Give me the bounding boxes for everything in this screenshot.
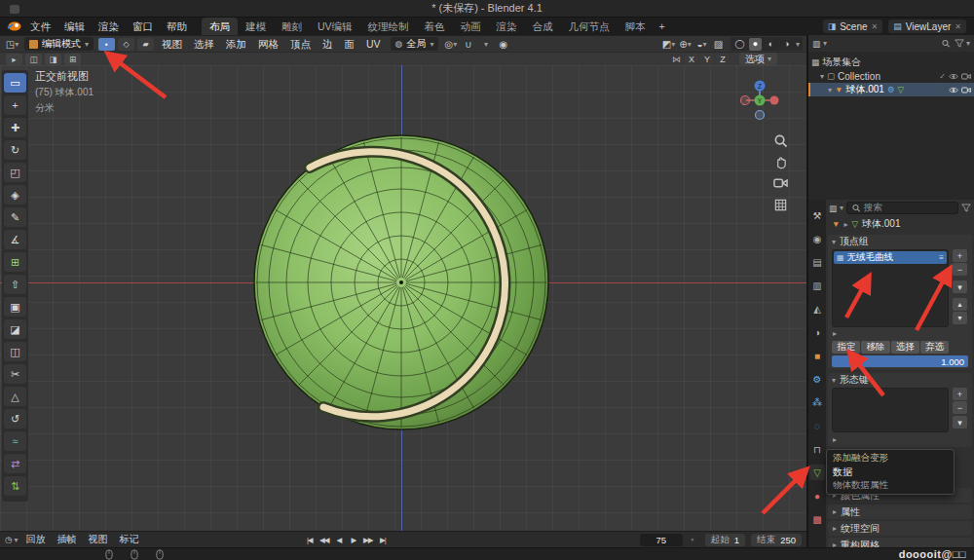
zoom-icon[interactable]	[771, 131, 789, 149]
properties-tab-material[interactable]: ●	[809, 488, 825, 504]
properties-tab-world[interactable]: ◑	[809, 324, 825, 340]
remove-viewlayer-icon[interactable]: ✕	[955, 22, 961, 31]
tool-button-transform[interactable]: ◈	[4, 185, 26, 205]
playback-previous-keyframe[interactable]: ◀◀	[317, 534, 331, 546]
select-mode-edge[interactable]: ◇	[118, 38, 134, 51]
outliner-filter-icon[interactable]	[955, 39, 964, 48]
workspace-tab[interactable]: 纹理绘制	[360, 18, 417, 35]
properties-tab-object-data[interactable]: ▽	[809, 465, 825, 480]
tool-button-inset-faces[interactable]: ▣	[4, 297, 26, 317]
viewport-menu-item[interactable]: 选择	[188, 36, 220, 53]
select-button[interactable]: 选择	[891, 341, 919, 354]
timeline-menu-item[interactable]: 标记	[113, 533, 144, 546]
workspace-tab[interactable]: 脚本	[618, 18, 654, 35]
properties-editor-icon[interactable]: ▥	[829, 204, 837, 213]
frame-end-field[interactable]: 结束 250	[751, 534, 802, 546]
vertex-group-item-active[interactable]: ▦ 无绒毛曲线 ≡	[834, 251, 947, 264]
workspace-tab[interactable]: 着色	[417, 18, 453, 35]
main-menu-item[interactable]: 帮助	[160, 18, 194, 35]
mesh-data-icon[interactable]: ▽	[851, 219, 858, 229]
viewport-menu-item[interactable]: 面	[339, 36, 361, 53]
playback-next-keyframe[interactable]: ▶▶	[360, 534, 375, 546]
panel-collapsed[interactable]: ▸ 纹理空间	[828, 521, 972, 536]
viewport-menu-item[interactable]: UV	[360, 36, 387, 53]
select-mode-face[interactable]: ▰	[137, 38, 154, 51]
outliner-row-scene-collection[interactable]: ▦ 场景集合	[808, 56, 974, 69]
pole-vertex[interactable]	[399, 280, 403, 284]
playback-play-reverse[interactable]: ◀	[331, 534, 346, 546]
main-menu-item[interactable]: 编辑	[57, 18, 92, 35]
playback-jump-to-start[interactable]: |◀	[302, 534, 317, 546]
properties-tab-render[interactable]: ◉	[809, 231, 825, 246]
gizmo-z-neg-axis[interactable]	[756, 111, 765, 120]
xray-toggle[interactable]: ▨	[710, 37, 727, 51]
tool-button-rotate[interactable]: ↻	[4, 140, 26, 160]
properties-tab-tool[interactable]: ⚒	[809, 207, 825, 223]
tool-button-poly-build[interactable]: △	[4, 387, 26, 406]
vertex-group-specials-menu[interactable]: ▾	[953, 280, 967, 293]
workspace-tab[interactable]: 渲染	[489, 18, 525, 35]
properties-filter-icon[interactable]	[961, 204, 971, 212]
shape-keys-list[interactable]	[832, 388, 949, 432]
properties-tab-object[interactable]: ■	[809, 348, 825, 363]
viewport-menu-item[interactable]: 网格	[252, 36, 284, 53]
list-expand-icon[interactable]: ▸	[833, 435, 837, 444]
auto-keying-toggle[interactable]: ◦	[685, 534, 699, 546]
panel-collapsed[interactable]: ▸ 属性	[828, 504, 972, 519]
tool-option-icon-2[interactable]: ◫	[25, 54, 42, 65]
playback-jump-to-end[interactable]: ▶|	[375, 534, 390, 546]
mirror-axis-toggle[interactable]: X	[685, 54, 698, 65]
tool-button-cursor[interactable]: +	[4, 95, 26, 115]
workspace-tab[interactable]: 建模	[238, 18, 274, 35]
tool-button-bevel[interactable]: ◪	[4, 319, 26, 339]
tool-button-select-box[interactable]: ▭	[4, 73, 26, 93]
main-menu-item[interactable]: 渲染	[92, 18, 126, 35]
hide-in-viewport-icon[interactable]	[949, 86, 958, 94]
add-vertex-group-button[interactable]: +	[953, 249, 967, 262]
proportional-editing-toggle[interactable]: ◉	[495, 37, 511, 51]
transform-orientation-dropdown[interactable]: ◍ 全局 ▾	[391, 37, 439, 51]
gizmos-dropdown[interactable]: ⊕▾	[677, 37, 693, 51]
move-group-up-button[interactable]: ▲	[953, 298, 967, 311]
shape-keys-panel-header[interactable]: ▾ 形态键	[828, 373, 972, 387]
tennis-ball-mesh[interactable]	[245, 127, 557, 438]
collection-checkbox[interactable]: ✓	[939, 72, 946, 81]
list-expand-icon[interactable]: ▸	[833, 329, 837, 338]
sn ap-dropdown[interactable]: ▾	[477, 37, 494, 51]
gizmo-x-neg-axis[interactable]	[741, 96, 750, 105]
properties-tab-constraints[interactable]: ⊓	[809, 441, 825, 457]
tool-button-add-cube[interactable]: ⊞	[4, 252, 26, 272]
tool-button-shrink-fatten[interactable]: ⇅	[4, 476, 26, 496]
shading-dropdown-icon[interactable]: ▾	[796, 40, 800, 49]
camera-view-icon[interactable]	[771, 174, 789, 192]
viewport-3d[interactable]: 正交前视图 (75) 球体.001 分米 ▭+✚↻◰◈✎∡⊞⇧▣◪◫✂△↺≈⇄⇅…	[0, 65, 806, 531]
tool-button-measure[interactable]: ∡	[4, 230, 26, 249]
outliner-row-collection[interactable]: ▾ ▢ Collection ✓	[808, 69, 974, 83]
properties-tab-output[interactable]: ▤	[809, 254, 825, 270]
snap-magnet-toggle[interactable]: ∪	[460, 37, 476, 51]
tool-option-icon-4[interactable]: ⊞	[64, 54, 81, 65]
tool-button-scale[interactable]: ◰	[4, 163, 26, 182]
select-mode-vertex[interactable]: ▪	[98, 38, 115, 51]
hide-in-viewport-icon[interactable]	[949, 72, 958, 81]
options-dropdown[interactable]: 选项▾	[739, 53, 777, 65]
properties-tab-particles[interactable]: ⁂	[809, 394, 825, 410]
disable-in-renders-icon[interactable]	[961, 86, 971, 94]
overlays-dropdown[interactable]: ◒▾	[693, 37, 710, 51]
panel-collapsed[interactable]: ▸ 重构网格	[828, 538, 972, 547]
tool-button-extrude-region[interactable]: ⇧	[4, 275, 26, 294]
outliner-row-object[interactable]: ▾ ▼ 球体.001 ⚙ ▽	[808, 83, 974, 96]
properties-tab-texture[interactable]: ▩	[809, 511, 825, 527]
playback-play[interactable]: ▶	[346, 534, 360, 546]
chevron-down-icon[interactable]: ▾	[840, 204, 843, 212]
remove-vertex-group-button[interactable]: −	[953, 263, 967, 276]
chevron-down-icon[interactable]: ▾	[823, 39, 827, 48]
pan-hand-icon[interactable]	[771, 153, 789, 170]
viewport-menu-item[interactable]: 添加	[220, 36, 252, 53]
assign-button[interactable]: 指定	[832, 341, 860, 354]
viewlayer-selector[interactable]: ▤ ViewLayer ✕	[888, 19, 966, 33]
remove-button[interactable]: 移除	[861, 341, 889, 354]
shading-wireframe[interactable]: ◯	[733, 38, 746, 51]
properties-search-input[interactable]: 搜索	[846, 202, 958, 214]
outliner-editor-icon[interactable]: ▥	[812, 39, 820, 49]
